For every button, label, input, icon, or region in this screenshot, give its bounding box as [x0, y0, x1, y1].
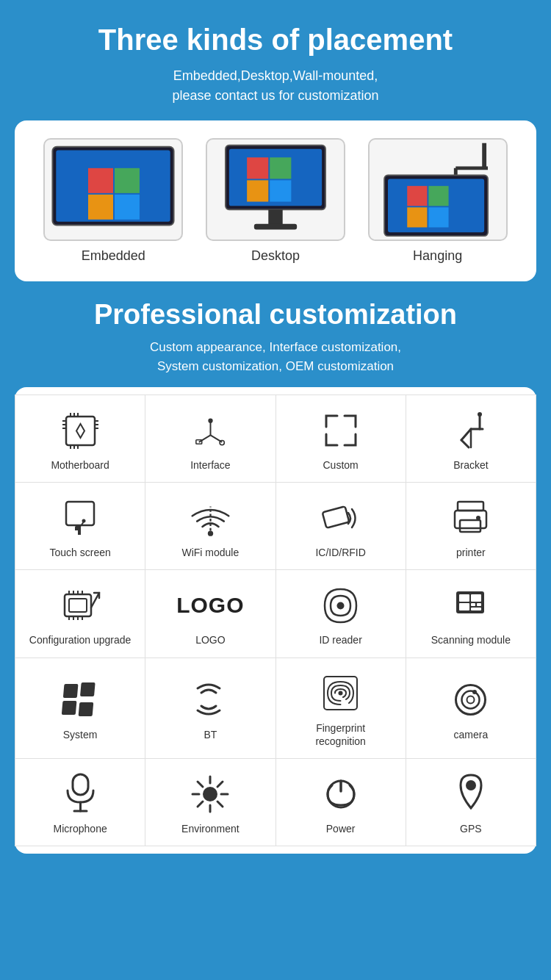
svg-line-69 — [91, 593, 99, 608]
svg-point-42 — [220, 440, 224, 444]
svg-rect-22 — [428, 207, 448, 227]
svg-rect-49 — [66, 502, 94, 525]
bt-icon — [195, 678, 225, 722]
cell-custom: Custom — [276, 395, 406, 483]
system-label: System — [63, 728, 98, 741]
svg-rect-2 — [88, 168, 113, 193]
svg-rect-13 — [254, 224, 297, 230]
cell-bracket: Bracket — [406, 395, 536, 483]
svg-rect-5 — [115, 195, 140, 220]
system-icon — [60, 678, 101, 722]
embedded-label: Embedded — [82, 248, 145, 264]
cell-fingerprint: Fingerprintrecognition — [276, 657, 406, 758]
svg-rect-4 — [88, 195, 113, 220]
power-label: Power — [326, 822, 356, 835]
svg-point-40 — [208, 418, 212, 422]
placement-item-desktop: Desktop — [206, 138, 345, 264]
svg-rect-60 — [69, 599, 87, 612]
svg-point-86 — [467, 696, 475, 704]
fingerprint-label: Fingerprintrecognition — [315, 721, 366, 748]
scanning-label: Scanning module — [431, 633, 511, 646]
svg-line-99 — [198, 801, 203, 807]
camera-label: camera — [454, 728, 489, 741]
cell-rfid: IC/ID/RFID — [276, 483, 406, 570]
cell-idreader: ID reader — [276, 570, 406, 657]
mid-section: Professional customization Custom appear… — [0, 281, 551, 387]
gps-label: GPS — [460, 822, 482, 835]
svg-point-51 — [82, 519, 85, 522]
svg-point-87 — [472, 690, 477, 694]
top-section: Three kinds of placement Embedded,Deskto… — [0, 0, 551, 120]
placement-item-embedded: Embedded — [43, 138, 183, 264]
logo-label: LOGO — [195, 633, 225, 646]
bracket-icon — [450, 408, 491, 453]
svg-line-98 — [217, 782, 223, 787]
desktop-image — [206, 138, 345, 241]
cell-gps: GPS — [406, 758, 536, 846]
idreader-icon — [320, 583, 361, 627]
cell-environment: Environment — [145, 758, 276, 846]
printer-icon — [450, 496, 491, 540]
desktop-label: Desktop — [251, 248, 300, 264]
config-icon — [59, 583, 101, 627]
cell-microphone: Microphone — [15, 758, 145, 846]
cell-system: System — [15, 657, 145, 758]
logo-text: LOGO — [176, 593, 244, 618]
cell-power: Power — [276, 758, 406, 846]
svg-marker-24 — [76, 424, 84, 438]
svg-rect-88 — [73, 774, 88, 795]
svg-line-45 — [461, 429, 471, 440]
scanning-icon — [450, 583, 491, 627]
placement-card: Embedded Desktop — [15, 120, 536, 281]
placement-item-hanging: Hanging — [368, 138, 508, 264]
rfid-label: IC/ID/RFID — [315, 546, 365, 559]
svg-point-52 — [208, 530, 213, 536]
table-row: Motherboard — [15, 395, 536, 483]
camera-icon — [450, 678, 491, 722]
wifi-label: WiFi module — [181, 546, 239, 559]
svg-rect-54 — [323, 506, 350, 528]
cell-config: Configuration upgrade — [15, 570, 145, 657]
svg-line-38 — [199, 435, 211, 442]
customization-subtitle: Custom appearance, Interface customizati… — [29, 338, 522, 375]
svg-rect-12 — [268, 209, 282, 225]
svg-rect-3 — [115, 168, 140, 193]
svg-rect-55 — [458, 502, 483, 511]
interface-label: Interface — [190, 458, 230, 472]
svg-rect-23 — [66, 417, 95, 445]
interface-icon — [190, 408, 231, 453]
svg-rect-80 — [61, 701, 76, 715]
customization-card: Motherboard — [15, 387, 536, 854]
embedded-image — [43, 138, 183, 241]
table-row: Configuration upgrade LOGO LOGO — [15, 570, 536, 657]
custom-label: Custom — [323, 458, 359, 472]
svg-point-84 — [456, 685, 486, 715]
cell-wifi: WiFi module — [145, 483, 276, 570]
svg-rect-81 — [78, 702, 93, 716]
environment-label: Environment — [181, 822, 240, 835]
motherboard-icon — [60, 408, 101, 453]
custom-icon — [323, 408, 359, 453]
cell-bt: BT — [145, 657, 276, 758]
rfid-icon — [320, 496, 361, 540]
cell-touchscreen: Touch screen — [15, 483, 145, 570]
wifi-icon — [190, 496, 231, 540]
hanging-label: Hanging — [413, 248, 462, 264]
logo-icon: LOGO — [176, 583, 244, 627]
svg-rect-73 — [471, 594, 481, 602]
svg-point-91 — [203, 787, 217, 801]
svg-rect-75 — [471, 603, 475, 606]
power-icon — [322, 772, 360, 816]
svg-point-85 — [462, 691, 480, 709]
table-row: Touch screen — [15, 483, 536, 570]
svg-rect-79 — [80, 682, 96, 696]
svg-point-102 — [466, 780, 476, 790]
svg-rect-8 — [247, 157, 268, 179]
printer-label: printer — [456, 546, 486, 559]
placement-title: Three kinds of placement — [29, 22, 522, 57]
svg-rect-78 — [62, 684, 78, 698]
idreader-label: ID reader — [319, 633, 361, 646]
hanging-image — [368, 138, 508, 241]
fingerprint-icon — [320, 671, 361, 716]
environment-icon — [189, 772, 231, 816]
